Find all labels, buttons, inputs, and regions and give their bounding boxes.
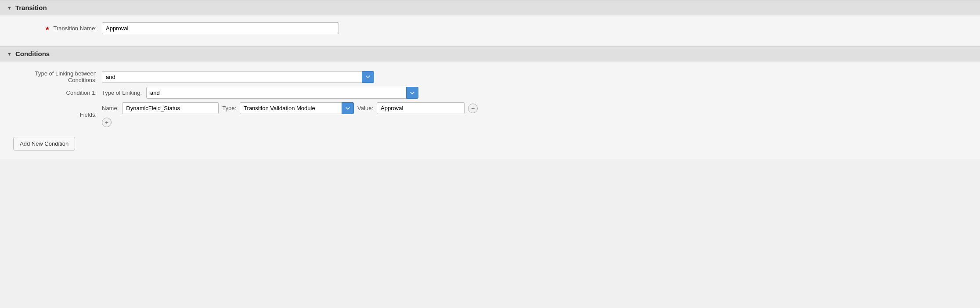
condition1-fields-row: Fields: Name: Type: Transition Validatio…: [0, 102, 980, 127]
remove-field-button[interactable]: −: [468, 104, 478, 113]
linking-type-row: Type of Linking between Conditions: and …: [0, 70, 980, 83]
condition1-fields-label: Fields:: [9, 111, 97, 118]
condition1-fields-label-text: Fields:: [80, 111, 97, 118]
add-field-row: +: [102, 118, 478, 127]
transition-collapse-arrow[interactable]: ▼: [7, 5, 12, 11]
transition-section-header: ▼ Transition: [0, 0, 980, 15]
condition1-label-text: Condition 1:: [66, 90, 97, 96]
remove-field-icon: −: [471, 105, 475, 111]
transition-name-label: ★ Transition Name:: [9, 25, 97, 32]
condition1-type-label: Type of Linking:: [102, 90, 142, 96]
field-value-input[interactable]: [377, 102, 465, 114]
conditions-section-header: ▼ Conditions: [0, 46, 980, 61]
transition-name-label-text: Transition Name:: [54, 25, 97, 32]
field-type-select[interactable]: Transition Validation Module String Rege…: [240, 102, 354, 114]
field-value-label: Value:: [357, 105, 373, 111]
linking-type-select-wrap: and or: [102, 71, 374, 83]
condition1-type-wrap: Type of Linking: and or: [102, 87, 418, 99]
linking-label-text: Type of Linking between: [35, 70, 97, 77]
condition1-fields-container: Name: Type: Transition Validation Module…: [102, 102, 478, 127]
conditions-section: ▼ Conditions Type of Linking between Con…: [0, 46, 980, 159]
conditions-section-body: Type of Linking between Conditions: and …: [0, 61, 980, 159]
transition-name-row: ★ Transition Name:: [0, 22, 980, 34]
field-name-input[interactable]: [122, 102, 219, 114]
transition-section-title: Transition: [15, 4, 47, 11]
linking-type-select[interactable]: and or: [102, 71, 374, 83]
condition1-linking-row: Condition 1: Type of Linking: and or: [0, 87, 980, 99]
condition1-label: Condition 1:: [9, 90, 97, 96]
field-name-label: Name:: [102, 105, 119, 111]
linking-label2-text: Conditions:: [68, 77, 97, 83]
conditions-collapse-arrow[interactable]: ▼: [7, 51, 12, 57]
field-type-select-wrap: Transition Validation Module String Rege…: [240, 102, 354, 114]
condition1-type-select-wrap: and or: [146, 87, 418, 99]
add-field-icon: +: [105, 119, 108, 125]
condition1-field-entry: Name: Type: Transition Validation Module…: [102, 102, 478, 114]
add-field-button[interactable]: +: [102, 118, 112, 127]
linking-type-label: Type of Linking between Conditions:: [9, 70, 97, 83]
transition-section-body: ★ Transition Name:: [0, 15, 980, 46]
field-type-label: Type:: [222, 105, 236, 111]
condition1-type-select[interactable]: and or: [146, 87, 418, 99]
transition-name-required: ★: [45, 25, 50, 32]
add-new-condition-button[interactable]: Add New Condition: [13, 137, 75, 150]
transition-section: ▼ Transition ★ Transition Name:: [0, 0, 980, 46]
conditions-section-title: Conditions: [15, 50, 50, 57]
transition-name-input[interactable]: [102, 22, 339, 34]
add-condition-row: Add New Condition: [0, 131, 980, 150]
condition-1-block: Condition 1: Type of Linking: and or: [0, 87, 980, 127]
